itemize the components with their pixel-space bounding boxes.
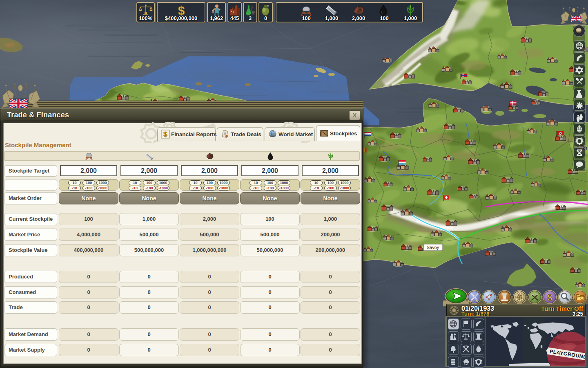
- svg-text:Savoy: Savoy: [427, 245, 439, 250]
- svg-text:$: $: [163, 130, 167, 138]
- svg-text:$: $: [547, 292, 552, 303]
